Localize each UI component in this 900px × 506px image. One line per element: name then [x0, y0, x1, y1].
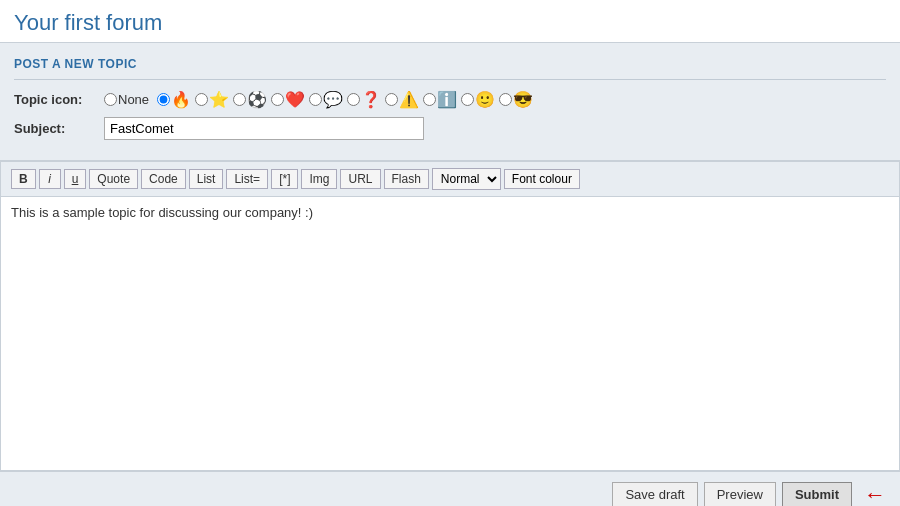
bottom-bar: Save draft Preview Submit ←: [0, 471, 900, 506]
flame-radio[interactable]: [157, 93, 170, 106]
submit-button[interactable]: Submit: [782, 482, 852, 506]
topic-icon-row: Topic icon: None 🔥 ⭐ ⚽: [14, 90, 886, 109]
heart-radio[interactable]: [271, 93, 284, 106]
flame-option[interactable]: 🔥: [157, 90, 191, 109]
save-draft-button[interactable]: Save draft: [612, 482, 697, 506]
star-radio[interactable]: [195, 93, 208, 106]
underline-button[interactable]: u: [64, 169, 87, 189]
info-option[interactable]: ℹ️: [423, 90, 457, 109]
list-button[interactable]: List: [189, 169, 224, 189]
topic-icon-label: Topic icon:: [14, 92, 104, 107]
page-wrapper: Your first forum POST A NEW TOPIC Topic …: [0, 0, 900, 506]
bold-button[interactable]: B: [11, 169, 36, 189]
star-option[interactable]: ⭐: [195, 90, 229, 109]
section-header: POST A NEW TOPIC: [14, 51, 886, 80]
form-section: POST A NEW TOPIC Topic icon: None 🔥 ⭐: [0, 42, 900, 161]
question-icon: ❓: [361, 90, 381, 109]
soccer-option[interactable]: ⚽: [233, 90, 267, 109]
warning-option[interactable]: ⚠️: [385, 90, 419, 109]
question-radio[interactable]: [347, 93, 360, 106]
list-eq-button[interactable]: List=: [226, 169, 268, 189]
size-select[interactable]: Tiny Small Normal Large Huge: [432, 168, 501, 190]
speech-icon: 💬: [323, 90, 343, 109]
smile-icon: 🙂: [475, 90, 495, 109]
soccer-radio[interactable]: [233, 93, 246, 106]
quote-button[interactable]: Quote: [89, 169, 138, 189]
cool-option[interactable]: 😎: [499, 90, 533, 109]
font-colour-button[interactable]: Font colour: [504, 169, 580, 189]
icon-row: None 🔥 ⭐ ⚽ ❤️: [104, 90, 886, 109]
url-button[interactable]: URL: [340, 169, 380, 189]
italic-button[interactable]: i: [39, 169, 61, 189]
none-radio[interactable]: [104, 93, 117, 106]
heart-option[interactable]: ❤️: [271, 90, 305, 109]
speech-radio[interactable]: [309, 93, 322, 106]
warning-icon: ⚠️: [399, 90, 419, 109]
subject-label: Subject:: [14, 121, 104, 136]
toolbar: B i u Quote Code List List= [*] Img URL …: [1, 162, 899, 197]
speech-option[interactable]: 💬: [309, 90, 343, 109]
info-icon: ℹ️: [437, 90, 457, 109]
cool-icon: 😎: [513, 90, 533, 109]
editor-textarea[interactable]: This is a sample topic for discussing ou…: [1, 197, 899, 467]
cool-radio[interactable]: [499, 93, 512, 106]
smile-option[interactable]: 🙂: [461, 90, 495, 109]
list-star-button[interactable]: [*]: [271, 169, 298, 189]
none-label: None: [118, 92, 149, 107]
subject-field: [104, 117, 886, 140]
subject-input[interactable]: [104, 117, 424, 140]
flame-icon: 🔥: [171, 90, 191, 109]
smile-radio[interactable]: [461, 93, 474, 106]
page-title: Your first forum: [0, 0, 900, 42]
img-button[interactable]: Img: [301, 169, 337, 189]
warning-radio[interactable]: [385, 93, 398, 106]
arrow-indicator: ←: [864, 484, 886, 506]
flash-button[interactable]: Flash: [384, 169, 429, 189]
code-button[interactable]: Code: [141, 169, 186, 189]
info-radio[interactable]: [423, 93, 436, 106]
subject-row: Subject:: [14, 117, 886, 140]
preview-button[interactable]: Preview: [704, 482, 776, 506]
soccer-icon: ⚽: [247, 90, 267, 109]
star-icon: ⭐: [209, 90, 229, 109]
editor-section: B i u Quote Code List List= [*] Img URL …: [0, 161, 900, 471]
heart-icon: ❤️: [285, 90, 305, 109]
none-option[interactable]: None: [104, 92, 153, 107]
question-option[interactable]: ❓: [347, 90, 381, 109]
